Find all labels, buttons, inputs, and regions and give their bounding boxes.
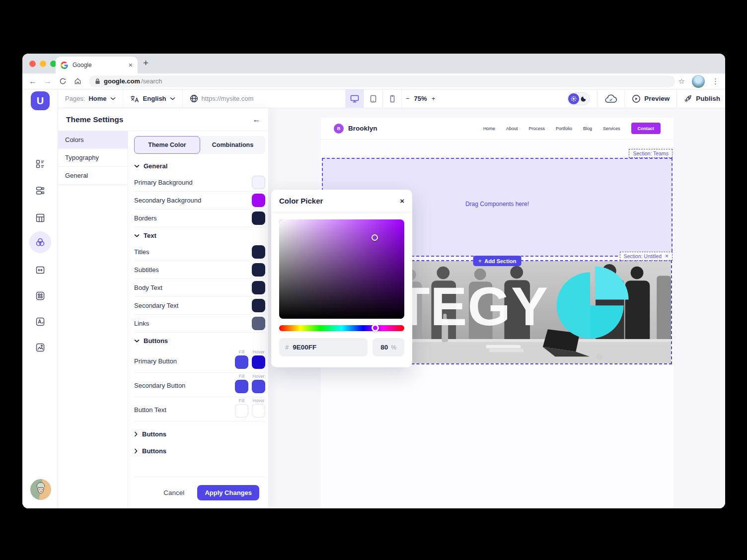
color-swatch[interactable]: [252, 281, 265, 294]
hover-swatch[interactable]: [252, 380, 265, 393]
color-swatch[interactable]: [252, 176, 265, 189]
language-selector[interactable]: English: [130, 95, 175, 103]
collapsed-group-buttons[interactable]: Buttons: [134, 442, 265, 459]
sidebar-item-pages[interactable]: [22, 181, 58, 201]
sidebar-item-typography[interactable]: [22, 312, 58, 332]
remove-section-icon[interactable]: ×: [665, 253, 669, 260]
bookmark-star-icon[interactable]: ☆: [678, 77, 685, 86]
browser-profile-avatar[interactable]: [692, 75, 705, 88]
tab-theme-color[interactable]: Theme Color: [134, 136, 200, 154]
app-sidebar: U: [22, 89, 58, 508]
mobile-view-button[interactable]: [383, 89, 402, 108]
home-icon[interactable]: [70, 77, 85, 85]
panel-title: Theme Settings: [66, 115, 123, 124]
color-swatch[interactable]: [252, 194, 265, 207]
close-icon[interactable]: ×: [400, 197, 404, 205]
sidebar-item-widgets[interactable]: [22, 286, 58, 306]
chevron-right-icon: [134, 431, 138, 437]
collapsed-group-buttons[interactable]: Buttons: [134, 425, 265, 442]
fill-swatch[interactable]: [235, 404, 248, 418]
browser-menu-icon[interactable]: ⋮: [712, 77, 719, 86]
tab-combinations[interactable]: Combinations: [200, 136, 265, 154]
fill-swatch[interactable]: [235, 380, 248, 393]
desktop-view-button[interactable]: [345, 89, 364, 108]
dashboard-icon: [36, 159, 45, 168]
group-header-general[interactable]: General: [134, 158, 265, 174]
color-row: Borders: [134, 210, 265, 227]
hue-slider[interactable]: [279, 325, 404, 331]
site-nav-about[interactable]: About: [506, 126, 518, 131]
section-label-teams[interactable]: Section: Teams: [629, 149, 672, 158]
color-row: Secondary Background: [134, 192, 265, 210]
back-arrow-icon[interactable]: ←: [253, 115, 261, 124]
color-picker-title: Color Picker: [279, 197, 323, 205]
theme-mode-toggle[interactable]: [567, 92, 590, 105]
color-swatch[interactable]: [252, 245, 265, 259]
user-avatar[interactable]: [30, 479, 51, 500]
tablet-icon: [370, 95, 376, 103]
site-brand[interactable]: B Brooklyn: [334, 124, 377, 134]
new-tab-button[interactable]: +: [143, 58, 149, 69]
drag-hint-text: Drag Components here!: [465, 201, 529, 208]
sidebar-item-spacing[interactable]: [22, 260, 58, 280]
group-header-text[interactable]: Text: [134, 227, 265, 243]
app-logo[interactable]: U: [31, 91, 50, 110]
sidebar-item-dashboard[interactable]: [22, 154, 58, 174]
image-icon: [36, 343, 45, 352]
hex-input[interactable]: # 9E00FF: [279, 338, 368, 356]
sidebar-item-media[interactable]: [22, 338, 58, 357]
browser-navbar: ← → google.com/search ☆ ⋮: [22, 73, 725, 89]
close-window-button[interactable]: [29, 61, 36, 67]
site-nav-home[interactable]: Home: [483, 126, 495, 131]
button-color-row: Secondary Button Fill Hover: [134, 373, 265, 397]
subnav-item-typography[interactable]: Typography: [58, 149, 128, 167]
subnav-item-general[interactable]: General: [58, 167, 128, 185]
color-swatch[interactable]: [252, 263, 265, 277]
address-bar[interactable]: google.com/search: [89, 75, 675, 87]
zoom-control: − 75% +: [406, 89, 435, 108]
alpha-input[interactable]: 80 %: [373, 338, 404, 356]
fill-swatch[interactable]: [235, 355, 248, 369]
alpha-value: 80: [380, 344, 388, 351]
zoom-in-button[interactable]: +: [432, 95, 436, 102]
group-header-buttons[interactable]: Buttons: [134, 333, 265, 349]
preview-button[interactable]: Preview: [632, 94, 670, 103]
cancel-button[interactable]: Cancel: [163, 489, 184, 496]
pages-selector[interactable]: Pages: Home: [65, 95, 116, 102]
site-nav-services[interactable]: Services: [603, 126, 620, 131]
site-header: B Brooklyn Home About Process Portfolio …: [321, 118, 673, 140]
zoom-out-button[interactable]: −: [406, 95, 410, 102]
reload-icon[interactable]: [55, 77, 70, 85]
hex-value: 9E00FF: [293, 344, 316, 351]
color-swatch[interactable]: [252, 211, 265, 225]
add-section-button[interactable]: + Add Section: [473, 256, 522, 266]
toolbar-divider: [597, 89, 598, 108]
sidebar-item-colors[interactable]: [22, 232, 58, 252]
sidebar-item-tables[interactable]: [22, 208, 58, 228]
window-controls[interactable]: [29, 61, 57, 67]
site-url-field[interactable]: https://mysite.com: [190, 94, 254, 103]
forward-icon[interactable]: →: [40, 77, 55, 86]
publish-button[interactable]: Publish: [684, 94, 720, 103]
color-row: Titles: [134, 243, 265, 261]
site-nav-blog[interactable]: Blog: [583, 126, 592, 131]
back-icon[interactable]: ←: [25, 77, 40, 86]
site-nav-portfolio[interactable]: Portfolio: [556, 126, 572, 131]
color-swatch[interactable]: [252, 317, 265, 330]
color-tabs: Theme Color Combinations: [134, 136, 265, 154]
chevron-down-icon: [170, 97, 175, 100]
saturation-value-area[interactable]: [279, 219, 404, 319]
contact-button[interactable]: Contact: [631, 123, 661, 134]
minimize-window-button[interactable]: [40, 61, 46, 67]
tab-close-icon[interactable]: ×: [129, 61, 133, 69]
subnav-item-colors[interactable]: Colors: [58, 131, 128, 149]
section-label-untitled[interactable]: Section: Untitled ×: [620, 252, 672, 261]
hue-slider-thumb[interactable]: [372, 324, 379, 332]
tablet-view-button[interactable]: [364, 89, 383, 108]
browser-tab[interactable]: Google ×: [56, 57, 138, 73]
hover-swatch[interactable]: [252, 355, 265, 369]
apply-changes-button[interactable]: Apply Changes: [197, 485, 259, 500]
site-nav-process[interactable]: Process: [528, 126, 545, 131]
hover-swatch[interactable]: [252, 404, 265, 418]
color-swatch[interactable]: [252, 299, 265, 312]
